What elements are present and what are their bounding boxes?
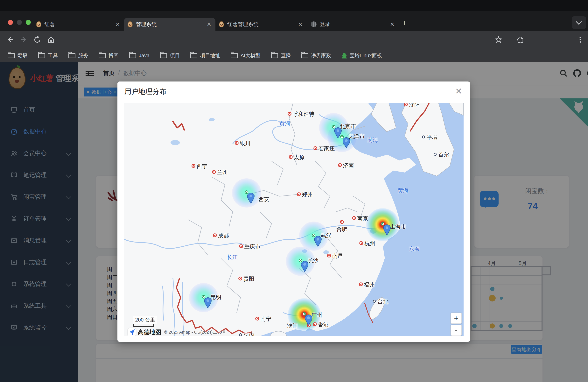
amap-brand: 高德地图 [138, 328, 161, 336]
folder-icon [301, 53, 308, 58]
modal-title: 用户地理分布 [125, 87, 167, 96]
city-marker-西宁[interactable] [191, 164, 195, 168]
folder-icon [99, 53, 106, 58]
amap-china-map[interactable]: 北京市天津市西安武汉上海市长沙昆明广州沈阳呼和浩特银川太原石家庄济南西宁兰州郑州… [124, 103, 463, 336]
bookmark-项目地址[interactable]: 项目地址 [190, 52, 220, 59]
map-scale-label: 200 公里 [133, 316, 157, 324]
city-marker-石家庄[interactable] [314, 146, 317, 150]
reload-button[interactable] [33, 35, 42, 44]
bookmark-宝塔Linux面板[interactable]: 宝塔Linux面板 [342, 52, 382, 59]
tab-title: 红薯管理系统 [227, 21, 297, 28]
tab-search-button[interactable] [572, 16, 586, 29]
city-label-合肥: 合肥 [336, 225, 347, 233]
reload-icon [33, 36, 41, 43]
bookmark-净界家政[interactable]: 净界家政 [301, 52, 331, 59]
city-label-西宁: 西宁 [197, 163, 208, 170]
bookmark-博客[interactable]: 博客 [99, 52, 119, 59]
bookmark-项目[interactable]: 项目 [160, 52, 180, 59]
city-marker-呼和浩特[interactable] [288, 112, 292, 116]
folder-icon [160, 53, 167, 58]
folder-icon [129, 53, 136, 58]
city-label-澳门: 澳门 [287, 322, 298, 329]
tab-close-button[interactable]: ✕ [206, 21, 212, 28]
sea-label-东海: 东海 [409, 245, 420, 253]
tab-close-button[interactable]: ✕ [389, 21, 395, 28]
bookmark-工具[interactable]: 工具 [38, 52, 58, 59]
city-marker-郑州[interactable] [297, 192, 301, 196]
city-label-南京: 南京 [357, 215, 368, 222]
map-base-layer [124, 103, 463, 336]
city-label-沈阳: 沈阳 [409, 103, 420, 108]
city-label-石家庄: 石家庄 [318, 145, 335, 152]
city-marker-香港[interactable] [313, 322, 317, 326]
city-label-郑州: 郑州 [302, 191, 313, 198]
potato-favicon-icon [219, 21, 224, 27]
city-marker-成都[interactable] [213, 233, 217, 237]
city-marker-重庆市[interactable] [239, 244, 243, 248]
city-marker-济南[interactable] [338, 163, 342, 167]
bookmark-label: 项目地址 [200, 52, 220, 59]
city-label-天津市: 天津市 [348, 133, 365, 140]
city-label-南昌: 南昌 [332, 252, 343, 260]
city-marker-南昌[interactable] [327, 254, 331, 257]
bookmark-翻墙[interactable]: 翻墙 [8, 52, 28, 59]
city-marker-平壤[interactable] [422, 136, 425, 138]
potato-favicon-icon [36, 21, 41, 27]
extensions-button[interactable] [516, 35, 525, 44]
tab-close-button[interactable]: ✕ [297, 21, 303, 28]
browser-tab-红薯管理系统[interactable]: 红薯管理系统✕ [215, 18, 307, 31]
city-marker-杭州[interactable] [359, 241, 363, 245]
folder-icon [190, 53, 197, 58]
city-marker-台北[interactable] [373, 300, 376, 303]
map-zoom-in-button[interactable]: + [451, 313, 462, 324]
browser-menu-button[interactable] [576, 35, 585, 44]
city-label-台北: 台北 [378, 298, 388, 305]
star-icon [495, 36, 503, 43]
browser-tab-红薯[interactable]: 红薯✕ [33, 18, 124, 31]
city-label-广州: 广州 [311, 311, 322, 319]
new-tab-button[interactable]: + [402, 19, 407, 27]
browser-tab-登录[interactable]: 登录✕ [307, 18, 399, 31]
browser-tab-管理系统[interactable]: 管理系统✕ [124, 18, 215, 31]
modal-close-button[interactable]: ✕ [455, 86, 462, 96]
city-label-成都: 成都 [218, 232, 229, 239]
city-label-南宁: 南宁 [260, 315, 271, 323]
city-marker-贵阳[interactable] [238, 276, 242, 280]
tab-close-button[interactable]: ✕ [115, 21, 121, 28]
forward-button[interactable] [19, 35, 28, 44]
maximize-window-button[interactable] [26, 20, 31, 25]
bookmark-AI大模型[interactable]: AI大模型 [231, 52, 261, 59]
folder-icon [231, 53, 238, 58]
city-label-西安: 西安 [258, 196, 269, 203]
folder-icon [8, 53, 15, 58]
home-button[interactable] [46, 35, 56, 44]
bookmark-服务[interactable]: 服务 [68, 52, 88, 59]
city-marker-福州[interactable] [359, 282, 363, 286]
bookmark-Java[interactable]: Java [129, 53, 149, 59]
back-icon [6, 36, 14, 43]
bookmark-label: 翻墙 [18, 52, 28, 59]
bookmark-star-button[interactable] [494, 35, 503, 44]
city-marker-河内[interactable] [239, 333, 242, 336]
city-marker-兰州[interactable] [212, 170, 216, 174]
minimize-window-button[interactable] [17, 20, 22, 25]
bookmark-label: 服务 [78, 52, 88, 59]
map-zoom-out-button[interactable]: - [451, 325, 462, 336]
close-window-button[interactable] [8, 20, 13, 25]
city-marker-南宁[interactable] [255, 317, 259, 320]
forward-icon [20, 36, 28, 43]
bookmark-label: 博客 [108, 52, 119, 59]
back-button[interactable] [5, 35, 15, 44]
city-marker-合肥[interactable] [340, 220, 344, 224]
city-marker-南京[interactable] [352, 216, 356, 220]
city-marker-银川[interactable] [235, 141, 239, 145]
folder-icon [271, 53, 278, 58]
city-label-银川: 银川 [240, 140, 251, 147]
city-marker-首尔[interactable] [434, 153, 437, 156]
chevron-down-icon [576, 19, 582, 25]
map-copyright: © 2025 Amap - GS(2024)1158号 [164, 329, 226, 335]
city-label-长沙: 长沙 [308, 257, 318, 264]
city-label-杭州: 杭州 [364, 240, 375, 247]
city-marker-太原[interactable] [289, 155, 293, 159]
bookmark-直播[interactable]: 直播 [271, 52, 291, 59]
